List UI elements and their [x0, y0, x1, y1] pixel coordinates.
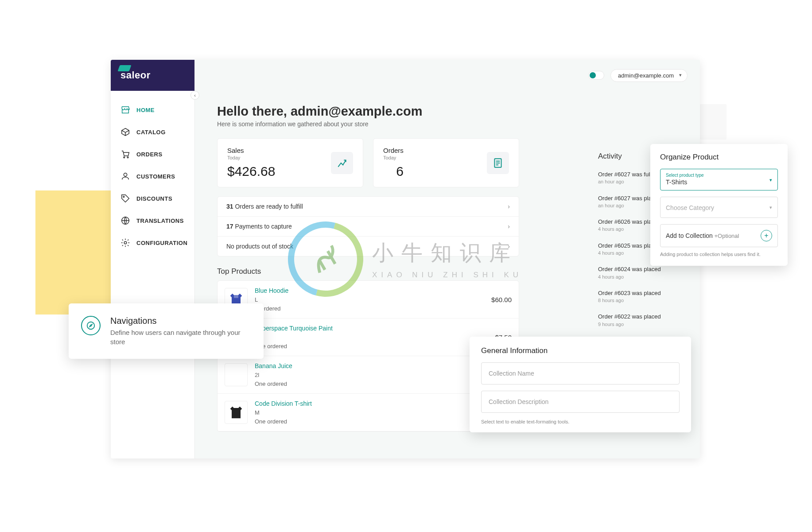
sidebar-item-label: DISCOUNTS	[136, 195, 172, 202]
chevron-right-icon: ›	[508, 223, 510, 230]
product-name: Blue Hoodie	[255, 286, 484, 295]
page-subtitle: Here is some information we gathered abo…	[217, 120, 678, 128]
product-variant: 1l	[255, 333, 488, 342]
user-dropdown[interactable]: admin@example.com	[610, 69, 688, 82]
status-list: 31 Orders are ready to fulfill›17 Paymen…	[217, 196, 519, 256]
sidebar-item-translations[interactable]: TRANSLATIONS	[111, 210, 194, 232]
sidebar-item-discounts[interactable]: DISCOUNTS	[111, 187, 194, 210]
collection-description-input[interactable]: Collection Description	[481, 391, 680, 413]
product-variant: 2l	[255, 371, 505, 380]
activity-time: 4 hours ago	[598, 274, 678, 280]
sales-card[interactable]: Sales Today $426.68	[217, 138, 363, 187]
sidebar-item-label: CONFIGURATION	[136, 240, 187, 246]
chevron-right-icon: ›	[508, 203, 510, 210]
decor-grey-right	[700, 104, 727, 140]
product-ordered: One ordered	[255, 380, 505, 388]
general-info-title: General Information	[481, 346, 680, 355]
chart-icon	[331, 152, 353, 174]
product-variant: L	[255, 295, 484, 304]
product-name: Hyperspace Turquoise Paint	[255, 324, 488, 333]
orders-period: Today	[383, 155, 404, 160]
user-email: admin@example.com	[618, 72, 674, 79]
status-row[interactable]: 17 Payments to capture›	[218, 217, 519, 237]
sidebar-item-label: CUSTOMERS	[136, 173, 175, 180]
add-to-collection-field[interactable]: Add to Collection +Optional +	[660, 224, 778, 247]
organize-hint: Adding product to collection helps users…	[660, 252, 778, 257]
activity-text: Order #6022 was placed	[598, 313, 678, 321]
collection-name-input[interactable]: Collection Name	[481, 362, 680, 384]
product-ordered: One ordered	[255, 342, 488, 351]
status-row[interactable]: 31 Orders are ready to fulfill›	[218, 197, 519, 217]
product-ordered: One ordered	[255, 417, 505, 426]
header: admin@example.com	[195, 60, 700, 91]
activity-row[interactable]: Order #6022 was placed9 hours ago	[598, 308, 678, 332]
user-icon	[120, 171, 130, 181]
brand-name: saleor	[120, 70, 151, 81]
svg-point-1	[127, 157, 128, 158]
organize-title: Organize Product	[660, 153, 778, 162]
sidebar-collapse-button[interactable]: ‹	[190, 91, 199, 100]
status-row[interactable]: No products out of stock›	[218, 237, 519, 256]
logo[interactable]: saleor	[111, 60, 194, 91]
svg-point-0	[124, 157, 125, 158]
navigations-subtitle: Define how users can navigate through yo…	[110, 328, 251, 346]
svg-point-5	[124, 241, 127, 244]
product-thumbnail	[225, 401, 248, 424]
general-info-hint: Select text to enable text-formating too…	[481, 419, 680, 424]
product-variant: M	[255, 408, 505, 417]
sales-period: Today	[227, 155, 275, 160]
navigations-title: Navigations	[110, 316, 251, 326]
box-icon	[120, 127, 130, 137]
sales-value: $426.68	[227, 164, 275, 179]
activity-time: 9 hours ago	[598, 321, 678, 328]
add-collection-button[interactable]: +	[761, 230, 772, 241]
general-information-card: General Information Collection Name Coll…	[470, 337, 691, 432]
svg-point-7	[87, 322, 95, 330]
sidebar-item-label: CATALOG	[136, 129, 166, 136]
compass-icon	[81, 316, 101, 335]
product-ordered: 2 Ordered	[255, 304, 484, 313]
sales-label: Sales	[227, 147, 275, 154]
sidebar-item-label: TRANSLATIONS	[136, 217, 184, 224]
orders-value: 6	[383, 164, 404, 179]
svg-point-2	[124, 173, 127, 176]
orders-label: Orders	[383, 147, 404, 154]
sidebar-item-catalog[interactable]: CATALOG	[111, 121, 194, 143]
tag-icon	[120, 194, 130, 203]
activity-time: 8 hours ago	[598, 297, 678, 304]
activity-row[interactable]: Order #6023 was placed8 hours ago	[598, 285, 678, 309]
status-toggle[interactable]	[588, 71, 604, 80]
chevron-right-icon: ›	[508, 243, 510, 250]
activity-text: Order #6023 was placed	[598, 289, 678, 297]
sidebar-item-orders[interactable]: ORDERS	[111, 143, 194, 165]
product-type-select[interactable]: Select product type T-Shirts	[660, 169, 778, 190]
page-title: Hello there, admin@example.com	[217, 104, 678, 119]
svg-point-3	[123, 196, 124, 198]
receipt-icon	[487, 152, 509, 174]
organize-product-card: Organize Product Select product type T-S…	[650, 144, 788, 266]
sidebar-item-label: HOME	[136, 107, 155, 113]
product-price: $60.00	[491, 296, 512, 303]
product-thumbnail	[225, 363, 248, 386]
sidebar-item-customers[interactable]: CUSTOMERS	[111, 165, 194, 187]
product-name: Code Division T-shirt	[255, 399, 505, 408]
activity-text: Order #6024 was placed	[598, 265, 678, 273]
product-name: Banana Juice	[255, 361, 505, 371]
navigations-card[interactable]: Navigations Define how users can navigat…	[69, 303, 264, 359]
sidebar-item-home[interactable]: HOME	[111, 99, 194, 121]
decor-yellow	[35, 190, 115, 315]
sidebar: saleor HOMECATALOGORDERSCUSTOMERSDISCOUN…	[111, 60, 195, 458]
orders-card[interactable]: Orders Today 6	[373, 138, 519, 187]
sidebar-item-label: ORDERS	[136, 151, 163, 158]
cart-icon	[120, 149, 130, 159]
store-icon	[120, 105, 130, 115]
gear-icon	[120, 238, 130, 248]
category-select[interactable]: Choose Category	[660, 197, 778, 218]
globe-icon	[120, 216, 130, 225]
sidebar-item-configuration[interactable]: CONFIGURATION	[111, 232, 194, 254]
